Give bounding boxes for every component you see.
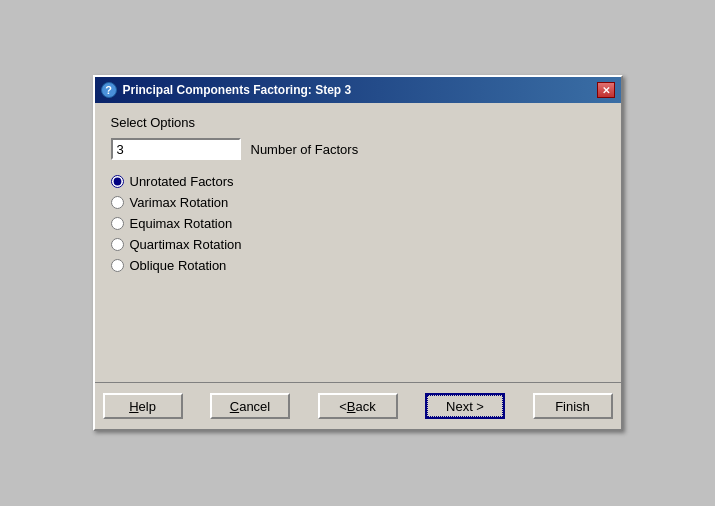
number-of-factors-input[interactable]	[111, 138, 241, 160]
cancel-button[interactable]: Cancel	[210, 393, 290, 419]
dialog-window: ? Principal Components Factoring: Step 3…	[93, 75, 623, 431]
radio-equimax[interactable]: Equimax Rotation	[111, 216, 605, 231]
section-label: Select Options	[111, 115, 605, 130]
title-bar-left: ? Principal Components Factoring: Step 3	[101, 82, 352, 98]
radio-varimax-label: Varimax Rotation	[130, 195, 229, 210]
radio-oblique-label: Oblique Rotation	[130, 258, 227, 273]
window-title: Principal Components Factoring: Step 3	[123, 83, 352, 97]
radio-oblique[interactable]: Oblique Rotation	[111, 258, 605, 273]
radio-quartimax-label: Quartimax Rotation	[130, 237, 242, 252]
back-button[interactable]: < Back	[318, 393, 398, 419]
next-button[interactable]: Next >	[425, 393, 505, 419]
radio-varimax[interactable]: Varimax Rotation	[111, 195, 605, 210]
number-of-factors-label: Number of Factors	[251, 142, 359, 157]
help-button[interactable]: Help	[103, 393, 183, 419]
radio-equimax-label: Equimax Rotation	[130, 216, 233, 231]
button-row: Help Cancel < Back Next > Finish	[95, 382, 621, 429]
rotation-options-group: Unrotated Factors Varimax Rotation Equim…	[111, 174, 605, 354]
radio-unrotated-label: Unrotated Factors	[130, 174, 234, 189]
radio-unrotated[interactable]: Unrotated Factors	[111, 174, 605, 189]
window-content: Select Options Number of Factors Unrotat…	[95, 103, 621, 382]
radio-quartimax[interactable]: Quartimax Rotation	[111, 237, 605, 252]
input-row: Number of Factors	[111, 138, 605, 160]
help-icon: ?	[101, 82, 117, 98]
close-button[interactable]: ✕	[597, 82, 615, 98]
title-bar: ? Principal Components Factoring: Step 3…	[95, 77, 621, 103]
finish-button[interactable]: Finish	[533, 393, 613, 419]
